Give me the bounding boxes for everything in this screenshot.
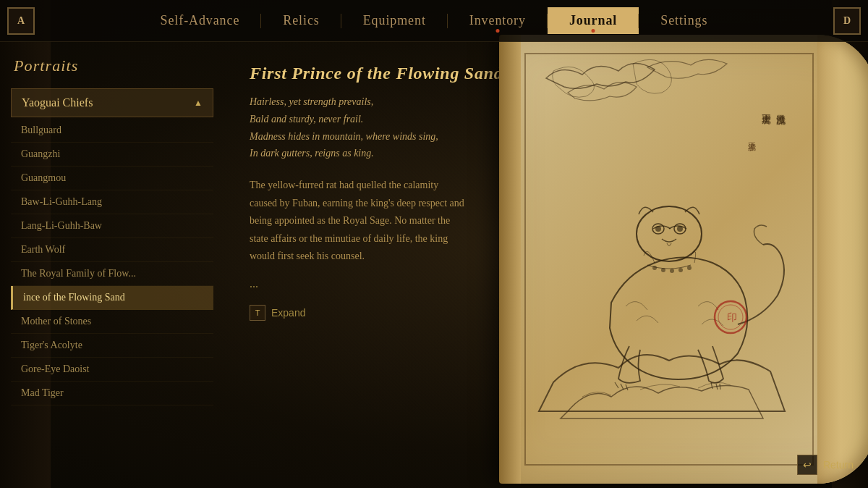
return-icon: ↩ bbox=[797, 455, 817, 475]
scroll-left-edge bbox=[499, 35, 521, 484]
chevron-up-icon: ▲ bbox=[194, 98, 203, 109]
list-item-baw-li[interactable]: Baw-Li-Guhh-Lang bbox=[11, 190, 213, 214]
list-item-bullguard[interactable]: Bullguard bbox=[11, 119, 213, 143]
nav-self-advance[interactable]: Self-Advance bbox=[139, 7, 262, 34]
list-item-mad-tiger[interactable]: Mad Tiger bbox=[11, 382, 213, 405]
return-button[interactable]: ↩ Return bbox=[797, 455, 854, 475]
svg-point-4 bbox=[637, 206, 702, 261]
sidebar-list: Bullguard Guangzhi Guangmou Baw-Li-Guhh-… bbox=[11, 119, 213, 405]
svg-text:印: 印 bbox=[727, 312, 737, 323]
list-item-mother-stones[interactable]: Mother of Stones bbox=[11, 310, 213, 334]
nav-settings[interactable]: Settings bbox=[639, 7, 729, 34]
nav-prev-button[interactable]: A bbox=[7, 7, 35, 35]
category-header[interactable]: Yaoguai Chiefs ▲ bbox=[11, 88, 213, 117]
journal-dot bbox=[592, 29, 595, 33]
list-item-guangzhi[interactable]: Guangzhi bbox=[11, 143, 213, 167]
sidebar-title: Portraits bbox=[11, 56, 213, 75]
expand-button[interactable]: T Expand bbox=[250, 305, 305, 321]
category-label: Yaoguai Chiefs bbox=[22, 96, 93, 109]
svg-rect-0 bbox=[524, 49, 814, 462]
scroll-illustration: 風魔流沙 虎王聖者 流沙王者 bbox=[499, 35, 868, 484]
scroll-right-roll bbox=[817, 35, 868, 484]
list-item-lang-li[interactable]: Lang-Li-Guhh-Baw bbox=[11, 214, 213, 238]
main-content: Portraits Yaoguai Chiefs ▲ Bullguard Gua… bbox=[0, 42, 868, 488]
nav-items: Self-Advance Relics Equipment Inventory … bbox=[46, 7, 822, 34]
nav-equipment[interactable]: Equipment bbox=[341, 7, 448, 34]
svg-text:流沙王者: 流沙王者 bbox=[749, 142, 757, 151]
list-item-earth-wolf[interactable]: Earth Wolf bbox=[11, 238, 213, 262]
list-item-tigers-acolyte[interactable]: Tiger's Acolyte bbox=[11, 334, 213, 358]
list-item-guangmou[interactable]: Guangmou bbox=[11, 167, 213, 190]
expand-label: Expand bbox=[271, 307, 305, 319]
list-item-flowing-sand[interactable]: ince of the Flowing Sand bbox=[11, 286, 213, 310]
svg-point-7 bbox=[655, 226, 661, 232]
nav-inventory[interactable]: Inventory bbox=[448, 7, 548, 34]
nav-journal[interactable]: Journal bbox=[548, 7, 639, 34]
list-item-royal-family[interactable]: The Royal Family of Flow... bbox=[11, 262, 213, 286]
return-label: Return bbox=[823, 459, 854, 471]
svg-point-8 bbox=[677, 226, 683, 232]
entry-description: The yellow-furred rat had quelled the ca… bbox=[250, 177, 467, 266]
expand-key-badge: T bbox=[250, 305, 265, 321]
sidebar: Portraits Yaoguai Chiefs ▲ Bullguard Gua… bbox=[0, 42, 224, 488]
nav-next-button[interactable]: D bbox=[833, 7, 861, 35]
svg-point-12 bbox=[678, 268, 683, 272]
svg-text:風魔流沙: 風魔流沙 bbox=[777, 114, 786, 125]
svg-point-11 bbox=[670, 269, 674, 273]
svg-point-13 bbox=[687, 266, 692, 270]
beast-illustration: 風魔流沙 虎王聖者 流沙王者 bbox=[524, 49, 814, 462]
svg-point-10 bbox=[661, 268, 665, 272]
nav-relics[interactable]: Relics bbox=[261, 7, 341, 34]
entry-content: First Prince of the Flowing Sands Hairle… bbox=[224, 42, 868, 488]
svg-point-9 bbox=[652, 266, 657, 270]
inventory-dot bbox=[495, 29, 499, 33]
svg-text:虎王聖者: 虎王聖者 bbox=[762, 114, 772, 125]
navbar: A Self-Advance Relics Equipment Inventor… bbox=[0, 0, 868, 42]
list-item-gore-eye[interactable]: Gore-Eye Daoist bbox=[11, 358, 213, 382]
